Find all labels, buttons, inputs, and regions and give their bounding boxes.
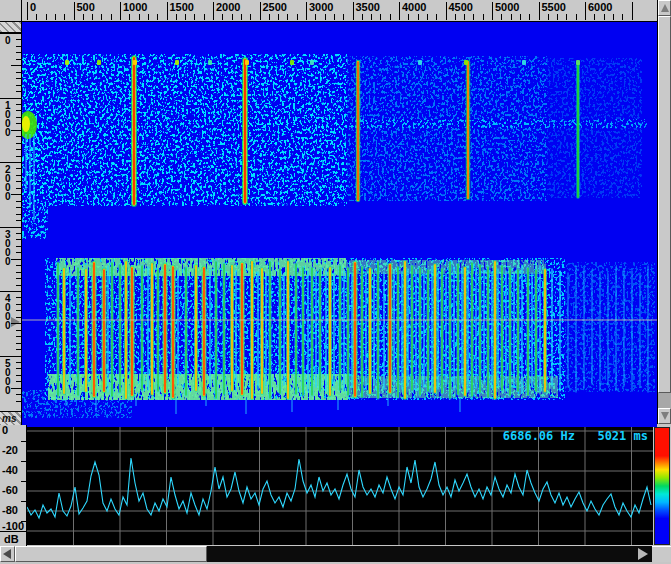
time-minor-tick: [16, 336, 21, 337]
time-minor-tick: [16, 381, 21, 382]
db-tick-label: -40: [2, 464, 18, 476]
right-arrow-icon[interactable]: [638, 548, 648, 560]
color-scale-bar[interactable]: [654, 427, 670, 545]
db-minor-tick: [21, 521, 26, 522]
freq-tick-label: 5000: [495, 1, 519, 13]
onset-dot: [133, 60, 137, 65]
freq-minor-tick: [194, 14, 195, 20]
freq-minor-tick: [343, 14, 344, 20]
time-minor-tick: [16, 168, 21, 169]
noise-speckle: [565, 262, 655, 392]
frequency-readout: 6686.06 Hz: [440, 429, 575, 443]
freq-tick-label: 2500: [263, 1, 287, 13]
time-minor-tick: [16, 46, 21, 47]
vertical-scrollbar[interactable]: [657, 0, 671, 424]
freq-tick-label: 2000: [216, 1, 240, 13]
freq-minor-tick: [557, 14, 558, 20]
time-minor-tick: [16, 246, 21, 247]
scroll-down-button[interactable]: [658, 408, 671, 424]
time-minor-tick: [16, 368, 21, 369]
freq-minor-tick: [613, 14, 614, 20]
frequency-unit-label: Hz: [634, 1, 657, 13]
time-minor-tick: [16, 317, 21, 318]
onset-dot: [208, 60, 212, 65]
time-mid-tick: [11, 65, 21, 66]
db-tick-label: -60: [2, 484, 18, 496]
freq-minor-tick: [436, 14, 437, 20]
freq-major-tick: [167, 2, 168, 20]
horizontal-scrollbar[interactable]: [0, 546, 671, 562]
time-minor-tick: [16, 343, 21, 344]
freq-minor-tick: [129, 14, 130, 20]
spectrum-panel[interactable]: 6686.06 Hz 5021 ms: [27, 427, 653, 545]
time-minor-tick: [16, 304, 21, 305]
time-minor-tick: [16, 239, 21, 240]
db-unit-label: dB: [0, 531, 30, 547]
freq-major-tick: [492, 2, 493, 20]
time-minor-tick: [16, 285, 21, 286]
frequency-ruler[interactable]: Hz 0500100015002000250030003500400045005…: [22, 0, 657, 22]
time-minor-tick: [16, 278, 21, 279]
onset-dot: [418, 60, 422, 65]
freq-minor-tick: [204, 14, 205, 20]
horizontal-scrollbar-thumb[interactable]: [15, 546, 207, 562]
time-unit-label: ms: [0, 411, 22, 425]
time-minor-tick: [16, 59, 21, 60]
time-major-tick: [0, 162, 21, 163]
db-minor-tick: [21, 501, 26, 502]
freq-minor-tick: [464, 14, 465, 20]
freq-minor-tick: [594, 14, 595, 20]
time-tick-label: 4 0 0 0: [5, 294, 11, 330]
freq-minor-tick: [241, 14, 242, 20]
freq-minor-tick: [520, 14, 521, 20]
freq-tick-label: 4000: [402, 1, 426, 13]
time-tick-label: 1 0 0 0: [5, 101, 11, 137]
time-minor-tick: [16, 136, 21, 137]
freq-minor-tick: [55, 14, 56, 20]
freq-minor-tick: [483, 14, 484, 20]
time-minor-tick: [16, 214, 21, 215]
freq-minor-tick: [362, 14, 363, 20]
time-mid-tick: [11, 323, 21, 324]
time-minor-tick: [16, 156, 21, 157]
freq-major-tick: [306, 2, 307, 20]
time-minor-tick: [16, 252, 21, 253]
time-cursor-marker-icon[interactable]: [11, 317, 20, 327]
freq-minor-tick: [36, 14, 37, 20]
time-major-tick: [0, 33, 21, 34]
freq-tick-label: 0: [30, 1, 36, 13]
time-minor-tick: [16, 265, 21, 266]
freq-minor-tick: [622, 14, 623, 20]
time-minor-tick: [16, 272, 21, 273]
freq-major-tick: [353, 2, 354, 20]
freq-minor-tick: [455, 14, 456, 20]
time-minor-tick: [16, 207, 21, 208]
scroll-left-button[interactable]: [0, 546, 15, 562]
freq-minor-tick: [176, 14, 177, 20]
spectrum-trace: [27, 458, 651, 518]
db-ruler[interactable]: dB 0-20-40-60-80-100: [0, 425, 27, 546]
db-minor-tick: [21, 441, 26, 442]
scroll-up-button[interactable]: [658, 0, 671, 16]
time-tick-label: 5 0 0 0: [5, 359, 11, 395]
time-minor-tick: [16, 310, 21, 311]
onset-dot: [522, 60, 526, 65]
freq-tick-label: 3500: [356, 1, 380, 13]
time-minor-tick: [16, 233, 21, 234]
time-minor-tick: [16, 375, 21, 376]
freq-minor-tick: [185, 14, 186, 20]
time-minor-tick: [16, 104, 21, 105]
db-minor-tick: [21, 461, 26, 462]
vertical-scrollbar-thumb[interactable]: [658, 16, 671, 393]
freq-minor-tick: [232, 14, 233, 20]
time-major-tick: [0, 227, 21, 228]
time-mid-tick: [11, 388, 21, 389]
time-ruler[interactable]: ms 01 0 0 02 0 0 03 0 0 04 0 0 05 0 0 0: [0, 22, 22, 425]
time-mid-tick: [11, 130, 21, 131]
time-major-tick: [0, 98, 21, 99]
freq-minor-tick: [297, 14, 298, 20]
spectrogram-waterfall[interactable]: [22, 22, 657, 427]
time-minor-tick: [16, 110, 21, 111]
onset-dot: [576, 60, 580, 65]
time-tick-label: 2 0 0 0: [5, 165, 11, 201]
